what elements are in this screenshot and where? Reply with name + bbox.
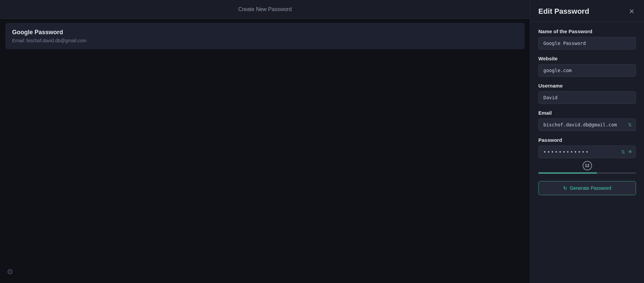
name-field-group: Name of the Password bbox=[538, 29, 636, 50]
name-label: Name of the Password bbox=[538, 29, 636, 34]
password-label: Password bbox=[538, 137, 636, 143]
password-strength-icon[interactable]: ⇅ bbox=[621, 149, 625, 155]
generate-password-label: Generate Password bbox=[570, 185, 611, 191]
email-label: Email bbox=[538, 110, 636, 116]
password-visibility-icon[interactable]: 👁 bbox=[628, 149, 633, 155]
password-field-group: Password ⇅ 👁 12 bbox=[538, 137, 636, 174]
slider-fill bbox=[538, 172, 597, 174]
password-icons: ⇅ 👁 bbox=[621, 149, 633, 155]
slider-track[interactable] bbox=[538, 172, 636, 174]
website-field-group: Website bbox=[538, 56, 636, 77]
panel-title: Edit Password bbox=[538, 7, 589, 16]
top-bar-title: Create New Password bbox=[238, 6, 291, 12]
password-input-wrapper: ⇅ 👁 bbox=[538, 146, 636, 158]
username-label: Username bbox=[538, 83, 636, 89]
email-input-wrapper: ⇅ bbox=[538, 118, 636, 131]
email-input[interactable] bbox=[538, 118, 636, 131]
password-list: Google Password Email: bischof.david.db@… bbox=[0, 19, 530, 53]
top-bar: Create New Password bbox=[0, 0, 530, 19]
username-field-group: Username bbox=[538, 83, 636, 104]
password-length-slider-area: 12 bbox=[538, 161, 636, 174]
name-input[interactable] bbox=[538, 37, 636, 50]
settings-icon[interactable]: ⚙ bbox=[7, 268, 13, 276]
password-card-email: Email: bischof.david.db@gmail.com bbox=[12, 38, 518, 43]
main-area: Create New Password Google Password Emai… bbox=[0, 0, 530, 283]
close-button[interactable]: ✕ bbox=[628, 7, 636, 16]
password-card-name: Google Password bbox=[12, 29, 518, 36]
panel-header: Edit Password ✕ bbox=[530, 0, 644, 22]
edit-password-panel: Edit Password ✕ Name of the Password Web… bbox=[530, 0, 644, 283]
username-input[interactable] bbox=[538, 91, 636, 104]
password-card[interactable]: Google Password Email: bischof.david.db@… bbox=[5, 23, 525, 49]
panel-body: Name of the Password Website Username Em… bbox=[530, 22, 644, 202]
email-copy-icon[interactable]: ⇅ bbox=[628, 122, 632, 127]
website-label: Website bbox=[538, 56, 636, 61]
generate-password-button[interactable]: ↻ Generate Password bbox=[538, 181, 636, 195]
refresh-icon: ↻ bbox=[563, 185, 567, 191]
password-length-badge: 12 bbox=[583, 161, 592, 170]
email-field-group: Email ⇅ bbox=[538, 110, 636, 131]
website-input[interactable] bbox=[538, 64, 636, 77]
